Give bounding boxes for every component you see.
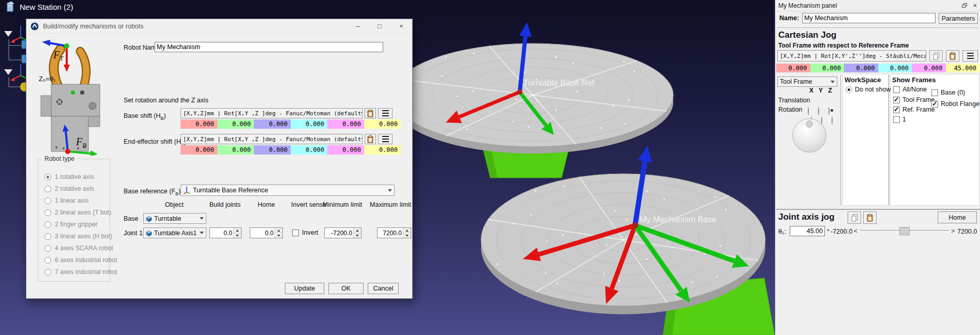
spin-up[interactable] [403, 228, 411, 233]
float-panel-icon[interactable] [962, 3, 968, 8]
base-object-combo[interactable]: Turntable [143, 213, 206, 224]
show-frame-checkbox-row[interactable]: Tool Frame [893, 96, 935, 103]
joint1-slider-handle[interactable] [899, 227, 910, 235]
robot-name-input[interactable] [155, 42, 383, 52]
spin-down[interactable] [354, 233, 361, 238]
jog-knob[interactable] [792, 118, 826, 153]
radio-icon[interactable] [44, 209, 51, 216]
pose-value-y[interactable]: 0.000 [217, 145, 254, 155]
pose-value-rx[interactable]: 0.000 [878, 64, 912, 72]
pose-options-button[interactable] [962, 50, 978, 62]
cancel-button[interactable]: Cancel [368, 283, 399, 294]
translation-x-radio[interactable] [808, 107, 809, 115]
robot-type-option[interactable]: 4 axes SCARA robot [44, 245, 113, 252]
pose-value-y[interactable]: 0.000 [810, 64, 845, 72]
radio-icon[interactable] [44, 197, 51, 204]
radio-icon[interactable] [44, 174, 51, 180]
robot-type-option[interactable]: 2 rotative axis [44, 185, 94, 192]
radio-icon[interactable] [846, 86, 852, 93]
checkbox-icon[interactable] [893, 97, 900, 103]
end-effector-format-combo[interactable]: [X,Y,Z]mm | Rot[X,Y ,Z ]deg - Fanuc/Moto… [180, 134, 363, 144]
robot-type-option[interactable]: 6 axes industrial robot [44, 256, 117, 264]
workspace-option[interactable]: Do not show [846, 86, 891, 93]
pose-value-x[interactable]: 0.000 [180, 119, 217, 129]
panel-titlebar[interactable]: My Mechanism panel × [775, 0, 980, 11]
base-reference-combo[interactable]: Turntable Base Reference [180, 185, 395, 196]
copy-pose-button[interactable] [929, 50, 943, 62]
pose-options-button[interactable] [378, 108, 393, 118]
paste-pose-button[interactable] [365, 134, 376, 144]
pose-value-ry[interactable]: 0.000 [327, 145, 364, 155]
pose-value-rz[interactable]: 0.000 [364, 145, 401, 155]
pose-value-y[interactable]: 0.000 [217, 119, 254, 129]
base-shift-format-combo[interactable]: [X,Y,Z]mm | Rot[X,Y ,Z ]deg - Fanuc/Moto… [180, 108, 363, 118]
translation-z-radio[interactable] [828, 107, 830, 115]
radio-icon[interactable] [44, 186, 51, 192]
panel-close-icon[interactable]: × [973, 2, 977, 9]
tree-collapse-icon[interactable] [4, 69, 12, 75]
pose-value-rx[interactable]: 0.000 [291, 119, 327, 129]
spin-up[interactable] [275, 228, 282, 233]
paste-pose-button[interactable] [946, 50, 959, 62]
joint1-object-combo[interactable]: Turntable Axis1 [143, 227, 206, 238]
radio-icon[interactable] [44, 233, 51, 240]
show-frame-checkbox-row[interactable]: Base (0) [931, 89, 965, 96]
maximum-limit-spinbox[interactable] [377, 227, 411, 238]
pose-value-rz[interactable]: 45.000 [946, 64, 980, 72]
show-frame-checkbox-row[interactable]: All/None [893, 86, 927, 93]
radio-icon[interactable] [44, 245, 51, 252]
robot-type-option[interactable]: 7 axes industrial robot [44, 268, 117, 276]
minimum-limit-spinbox[interactable] [324, 227, 361, 238]
copy-joints-button[interactable] [848, 211, 861, 224]
home-button[interactable]: Home [938, 211, 977, 223]
joint1-value-input[interactable] [790, 226, 825, 236]
pose-options-button[interactable] [378, 134, 393, 144]
maximize-button[interactable]: □ [369, 19, 390, 33]
tree-collapse-icon[interactable] [4, 31, 12, 37]
radio-icon[interactable] [44, 269, 51, 276]
pose-value-z[interactable]: 0.000 [844, 64, 878, 72]
pose-value-x[interactable]: 0.000 [776, 64, 810, 72]
close-button[interactable]: × [390, 19, 412, 33]
frame-axes-icon[interactable] [10, 64, 27, 81]
dialog-titlebar[interactable]: Build/modify mechanisms or robots – □ × [26, 19, 412, 34]
pose-value-x[interactable]: 0.000 [180, 145, 217, 155]
tool-frame-combo[interactable]: Tool Frame [777, 77, 837, 87]
robot-type-option[interactable]: 1 linear axis [44, 197, 89, 204]
pose-value-z[interactable]: 0.000 [254, 119, 291, 129]
show-frame-checkbox-row[interactable]: Robot Flange [931, 100, 979, 108]
pose-value-ry[interactable]: 0.000 [912, 64, 946, 72]
pose-value-rz[interactable]: 0.000 [364, 119, 401, 129]
spin-down[interactable] [234, 233, 241, 238]
rotation-z-radio[interactable] [832, 116, 833, 125]
spin-up[interactable] [234, 228, 241, 233]
robot-type-option[interactable]: 2 linear axes (T bot) [44, 209, 111, 216]
pose-value-z[interactable]: 0.000 [254, 145, 291, 155]
invert-checkbox-row[interactable]: Invert [292, 229, 318, 236]
jog-knob-handle[interactable] [806, 120, 813, 128]
spin-down[interactable] [403, 233, 411, 238]
jog-minus-arrow[interactable]: < [854, 227, 857, 235]
checkbox-icon[interactable] [893, 86, 900, 93]
checkbox-icon[interactable] [893, 116, 900, 123]
show-frame-checkbox-row[interactable]: 1 [893, 116, 906, 123]
robot-type-option[interactable]: 1 rotative axis [44, 173, 94, 180]
pose-value-rx[interactable]: 0.000 [291, 145, 327, 155]
paste-joints-button[interactable] [863, 211, 877, 224]
jog-plus-arrow[interactable]: > [951, 227, 955, 235]
robot-type-option[interactable]: 2 finger gripper [44, 221, 98, 228]
checkbox-icon[interactable] [931, 101, 938, 108]
checkbox-icon[interactable] [893, 106, 900, 113]
home-spinbox[interactable] [250, 227, 283, 238]
translation-y-radio[interactable] [818, 107, 819, 115]
radio-icon[interactable] [44, 257, 51, 264]
pose-value-ry[interactable]: 0.000 [327, 119, 364, 129]
spin-down[interactable] [275, 233, 282, 238]
radio-icon[interactable] [44, 221, 51, 228]
robot-type-option[interactable]: 3 linear axes (H bot) [44, 233, 112, 240]
mechanism-name-input[interactable] [802, 13, 936, 23]
invert-checkbox[interactable] [292, 230, 299, 236]
checkbox-icon[interactable] [931, 89, 938, 96]
pose-format-combo[interactable]: [X,Y,Z]mm | Rot[X,Y',Z'']deg - Stäubli/M… [777, 50, 926, 62]
minimize-button[interactable]: – [347, 19, 369, 33]
